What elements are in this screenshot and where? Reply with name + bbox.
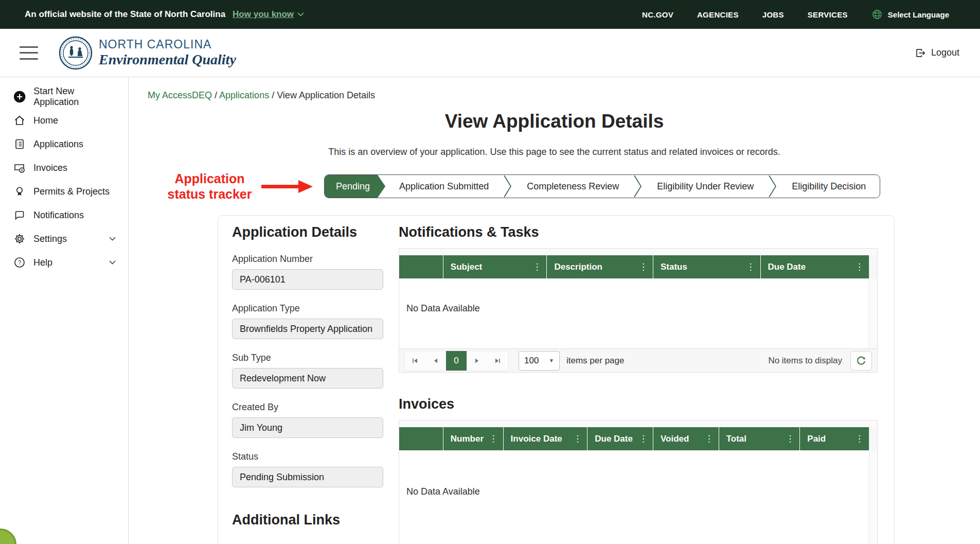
sidebar-item-start-new-application[interactable]: Start New Application <box>0 85 128 109</box>
dropdown-caret-icon: ▼ <box>549 358 554 363</box>
column-menu-icon[interactable]: ⋮ <box>855 434 864 443</box>
official-site-text: An official website of the State of Nort… <box>25 9 225 20</box>
refresh-button[interactable] <box>850 351 872 371</box>
first-page-icon <box>412 357 419 364</box>
chevron-down-icon[interactable] <box>109 260 116 265</box>
column-header-subject[interactable]: Subject⋮ <box>443 255 547 278</box>
column-header-paid[interactable]: Paid⋮ <box>799 427 869 450</box>
nav-services[interactable]: SERVICES <box>808 10 848 19</box>
tracker-step-application-submitted: Application Submitted <box>385 175 503 198</box>
sidebar-item-home[interactable]: Home <box>0 109 128 132</box>
column-menu-icon[interactable]: ⋮ <box>746 262 755 271</box>
brand-logo[interactable]: NORTH CAROLINA Environmental Quality <box>59 36 236 70</box>
page-size-dropdown[interactable]: 100 ▼ <box>519 351 560 371</box>
column-label: Total <box>726 434 746 444</box>
logout-icon <box>915 47 926 59</box>
sidebar-item-notifications[interactable]: Notifications <box>0 203 128 227</box>
column-menu-icon[interactable]: ⋮ <box>532 262 541 271</box>
column-header-description[interactable]: Description⋮ <box>546 255 653 278</box>
column-label: Status <box>661 262 687 272</box>
sidebar-item-applications[interactable]: Applications <box>0 132 128 156</box>
grid-header-strip <box>399 249 877 255</box>
column-menu-icon[interactable]: ⋮ <box>639 434 648 443</box>
column-menu-icon[interactable]: ⋮ <box>573 434 582 443</box>
breadcrumb-applications[interactable]: Applications <box>219 90 269 100</box>
column-menu-icon[interactable]: ⋮ <box>639 262 648 271</box>
notifications-pager: 0 100 ▼ <box>399 348 877 372</box>
brand-text: NORTH CAROLINA Environmental Quality <box>99 38 236 68</box>
scrollbar-track[interactable] <box>869 427 877 450</box>
current-page-indicator[interactable]: 0 <box>446 351 467 371</box>
sidebar-item-help[interactable]: ? Help <box>0 251 128 274</box>
chevron-separator-icon <box>768 175 778 198</box>
column-header-invoice-date[interactable]: Invoice Date⋮ <box>503 427 587 450</box>
application-number-field[interactable]: PA-006101 <box>232 269 383 290</box>
notifications-grid: Subject⋮ Description⋮ Status⋮ Due Date⋮ … <box>399 248 878 373</box>
sidebar-item-settings[interactable]: Settings <box>0 227 128 251</box>
sidebar-item-invoices[interactable]: $ Invoices <box>0 156 128 180</box>
select-language-button[interactable]: Select Language <box>871 9 949 20</box>
column-label: Invoice Date <box>511 434 562 444</box>
sidebar-item-permits-projects[interactable]: Permits & Projects <box>0 180 128 203</box>
chevron-separator-icon <box>633 175 643 198</box>
column-header-due-date[interactable]: Due Date⋮ <box>760 255 869 278</box>
next-page-icon <box>473 357 480 364</box>
sidebar-item-label: Invoices <box>33 163 67 173</box>
field-label: Status <box>232 451 383 462</box>
nav-ncgov[interactable]: NC.GOV <box>642 10 673 19</box>
field-created-by: Created By Jim Young <box>232 402 383 438</box>
tracker-step-eligibility-decision: Eligibility Decision <box>778 175 880 198</box>
page: An official website of the State of Nort… <box>0 0 980 544</box>
first-page-button[interactable] <box>405 351 425 371</box>
column-menu-icon[interactable]: ⋮ <box>855 262 864 271</box>
sidebar-item-label: Applications <box>33 139 83 150</box>
last-page-button[interactable] <box>487 351 508 371</box>
column-header-due-date[interactable]: Due Date⋮ <box>587 427 653 450</box>
column-menu-icon[interactable]: ⋮ <box>705 434 714 443</box>
field-application-number: Application Number PA-006101 <box>232 254 383 290</box>
grid-header-strip <box>399 420 877 427</box>
sub-type-field[interactable]: Redevelopment Now <box>232 368 383 389</box>
page-subtitle: This is an overview of your application.… <box>129 147 980 157</box>
logout-label: Logout <box>931 47 959 58</box>
no-data-text: No Data Available <box>399 278 869 348</box>
page-size-value: 100 <box>524 356 539 366</box>
column-header-total[interactable]: Total⋮ <box>719 427 800 450</box>
application-type-field[interactable]: Brownfields Property Application <box>232 319 383 339</box>
scrollbar-track[interactable] <box>869 450 877 544</box>
field-label: Created By <box>232 402 383 413</box>
application-details-heading: Application Details <box>232 224 383 240</box>
refresh-icon <box>856 356 866 366</box>
menu-hamburger-icon[interactable] <box>20 46 38 60</box>
select-language-label: Select Language <box>888 10 949 19</box>
next-page-button[interactable] <box>467 351 487 371</box>
tables-panel: Notifications & Tasks Subject⋮ Descripti… <box>399 216 878 544</box>
breadcrumb-my-accessdeq[interactable]: My AccessDEQ <box>148 90 212 100</box>
column-header-status[interactable]: Status⋮ <box>653 255 760 278</box>
scrollbar-track[interactable] <box>869 255 877 278</box>
annotation-line2: status tracker <box>162 186 257 202</box>
gear-icon <box>13 233 26 245</box>
column-header-number[interactable]: Number⋮ <box>443 427 503 450</box>
field-application-type: Application Type Brownfields Property Ap… <box>232 303 383 339</box>
status-field[interactable]: Pending Submission <box>232 467 383 487</box>
how-you-know-label: How you know <box>233 9 294 20</box>
created-by-field[interactable]: Jim Young <box>232 417 383 438</box>
column-header-voided[interactable]: Voided⋮ <box>653 427 719 450</box>
tracker-step-completeness-review: Completeness Review <box>513 175 633 198</box>
logout-button[interactable]: Logout <box>915 47 959 59</box>
annotation-arrow-icon <box>261 179 313 194</box>
last-page-icon <box>494 357 501 364</box>
nav-agencies[interactable]: AGENCIES <box>697 10 739 19</box>
sidebar-item-label: Start New Application <box>33 86 116 108</box>
field-status: Status Pending Submission <box>232 451 383 487</box>
previous-page-button[interactable] <box>425 351 446 371</box>
sidebar-item-label: Permits & Projects <box>33 186 110 197</box>
column-menu-icon[interactable]: ⋮ <box>786 434 794 443</box>
chevron-down-icon[interactable] <box>109 237 116 241</box>
nav-jobs[interactable]: JOBS <box>762 10 784 19</box>
column-menu-icon[interactable]: ⋮ <box>489 434 498 443</box>
scrollbar-track[interactable] <box>869 278 877 348</box>
how-you-know-link[interactable]: How you know <box>233 9 304 20</box>
field-label: Application Type <box>232 303 383 314</box>
